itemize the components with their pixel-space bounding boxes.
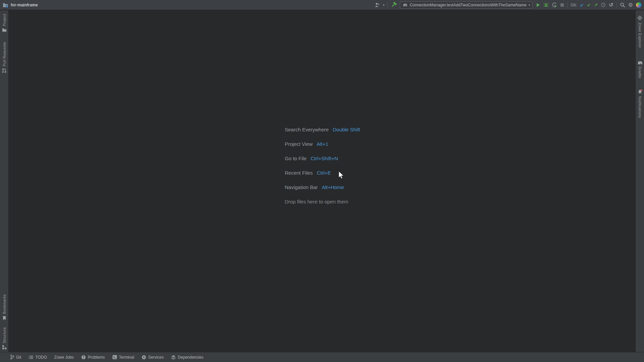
tool-window-zowe-jobs[interactable]: Zowe Jobs [54,355,74,360]
zowe-explorer-label: Zowe Explorer [638,22,642,48]
todo-label: TODO [35,355,47,360]
run-button[interactable] [536,3,540,7]
tool-window-notifications[interactable]: Notifications [637,89,643,118]
shortcut-keys: Alt+Home [322,184,344,190]
history-clock-icon[interactable] [601,2,606,7]
bottom-tool-window-bar: Git TODO Zowe Jobs Problems Terminal [0,352,644,362]
shortcut-keys: Ctrl+Shift+N [311,156,338,161]
project-label: Project [2,14,6,26]
problems-icon [81,355,86,360]
pull-requests-label: Pull Requests [2,42,6,66]
settings-gear-icon[interactable]: ⚙ [628,2,633,8]
shortcut-keys: Double Shift [333,127,360,132]
drop-files-hint: Drop files here to open them [285,199,348,204]
debug-button[interactable] [543,2,549,7]
titlebar: for-mainframe ▾ ConnectionManager.testAd… [0,0,644,10]
todo-list-icon [29,355,33,359]
shortcut-keys: Ctrl+E [317,170,331,176]
terminal-label: Terminal [119,355,134,360]
run-configuration-select[interactable]: ConnectionManager.testAddTwoConnectionsW… [400,1,533,9]
git-branch-icon [10,355,14,360]
services-label: Services [148,355,164,360]
zowe-jobs-label: Zowe Jobs [54,355,74,360]
shortcut-row: Navigation BarAlt+Home [285,184,360,191]
notifications-bell-icon [637,89,643,95]
project-icon [2,28,7,32]
pull-request-icon [2,68,7,73]
right-tool-window-stripe: Zowe Explorer Gradle Notifications [635,10,644,352]
ide-window: for-mainframe ▾ ConnectionManager.testAd… [0,0,644,362]
tool-window-todo[interactable]: TODO [29,355,47,360]
mouse-cursor [338,171,345,181]
project-folder-icon [3,2,8,8]
git-push-icon[interactable]: ↗ [594,3,598,7]
stop-button[interactable] [560,3,564,7]
gradle-task-icon [402,3,408,7]
shortcut-keys: Alt+1 [317,141,328,147]
git-toolbar-label: Git: [571,3,577,7]
dependencies-label: Dependencies [178,355,204,360]
shortcut-row: Drop files here to open them [285,199,360,205]
ide-logo-icon[interactable] [636,2,641,8]
git-update-icon[interactable]: ↙ [580,3,584,7]
tool-window-zowe-explorer[interactable]: Zowe Explorer [637,15,643,48]
shortcut-label: Navigation Bar [285,184,318,190]
user-account-icon[interactable] [375,2,380,7]
problems-label: Problems [88,355,105,360]
toolbar-separator [387,2,388,8]
rollback-icon[interactable]: ↺ [609,2,613,8]
zowe-icon [637,15,643,21]
window-title: for-mainframe [11,3,38,7]
tool-window-git[interactable]: Git [10,355,21,360]
tool-window-services[interactable]: Services [142,355,164,360]
tool-window-pull-requests[interactable]: Pull Requests [2,42,7,73]
run-configuration-caret: ▾ [529,3,530,7]
tool-window-dependencies[interactable]: Dependencies [171,355,204,360]
git-label: Git [16,355,21,360]
shortcut-row: Go to FileCtrl+Shift+N [285,156,360,162]
left-tool-window-stripe: Project Pull Requests Bookmarks Struc [0,10,9,352]
shortcut-label: Project View [285,141,313,147]
tool-window-bookmarks[interactable]: Bookmarks [2,294,6,320]
search-everywhere-icon[interactable] [620,2,625,8]
shortcut-label: Go to File [285,156,307,161]
tool-window-gradle[interactable]: Gradle [637,61,643,78]
notifications-label: Notifications [638,96,642,118]
shortcut-row: Search EverywhereDouble Shift [285,127,360,133]
build-hammer-icon[interactable] [391,2,397,8]
tool-window-problems[interactable]: Problems [81,355,105,360]
shortcut-row: Recent FilesCtrl+E [285,170,360,177]
tool-window-structure[interactable]: Structure [2,327,6,349]
shortcut-row: Project ViewAlt+1 [285,141,360,148]
gradle-label: Gradle [638,66,642,78]
toolbar-separator [567,2,568,8]
bookmark-icon [2,316,6,320]
services-icon [142,355,146,360]
editor-empty-area[interactable]: Search EverywhereDouble Shift Project Vi… [9,10,635,352]
toolbar-separator [616,2,617,8]
terminal-icon [112,355,117,359]
structure-icon [2,345,6,349]
bookmarks-label: Bookmarks [2,294,6,314]
empty-editor-shortcuts: Search EverywhereDouble Shift Project Vi… [285,127,360,213]
user-account-dropdown-caret[interactable]: ▾ [383,3,385,7]
structure-label: Structure [2,327,6,343]
profiler-button[interactable] [552,2,557,7]
shortcut-label: Recent Files [285,170,313,176]
dependencies-layers-icon [171,355,176,360]
git-commit-icon[interactable]: ✔ [587,3,591,7]
gradle-icon [637,61,643,65]
tool-window-project[interactable]: Project [2,14,7,32]
run-configuration-name: ConnectionManager.testAddTwoConnectionsW… [410,3,526,7]
shortcut-label: Search Everywhere [285,127,329,132]
tool-window-terminal[interactable]: Terminal [112,355,134,360]
